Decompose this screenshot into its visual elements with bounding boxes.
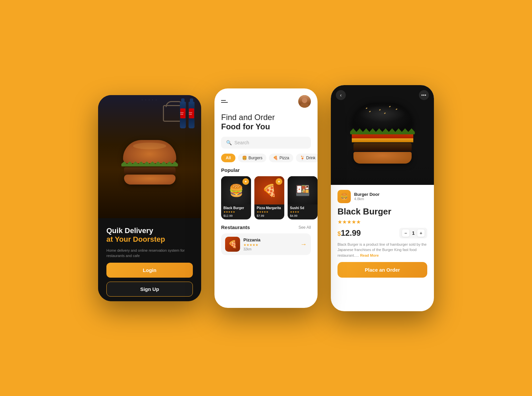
description-text: Black Burger is a product line of hambur…	[337, 242, 427, 257]
pizzania-name: Pizzania	[243, 237, 297, 242]
sesame-2	[379, 109, 381, 111]
hamburger-line-1	[221, 100, 226, 101]
restaurant-card-pizzania[interactable]: 🍕 Pizzania ★★★★★ 32km →	[221, 233, 311, 255]
user-avatar[interactable]	[298, 95, 311, 108]
detail-controls: ‹ •••	[331, 90, 434, 100]
phone2-header	[214, 88, 318, 111]
read-more-link[interactable]: Read More	[360, 253, 379, 257]
category-drink[interactable]: 🍹 Drink	[296, 154, 318, 162]
price-value: 12.99	[341, 228, 361, 237]
phone-home: Find and Order Food for You 🔍 Search All…	[214, 88, 318, 308]
pizza-icon: 🍕	[273, 156, 278, 160]
black-burger-price: $12.99	[223, 214, 249, 217]
product-detail-content: 🍔 Burger Door 4.8km Black Burger ★★★★★ $…	[331, 185, 434, 311]
black-burger-icon: 🍔	[229, 184, 244, 198]
phone2-headline: Find and Order Food for You	[214, 111, 318, 137]
quantity-minus-button[interactable]: −	[402, 229, 409, 237]
pizza-name: Pizza Margarita	[257, 206, 282, 210]
headline-text: Find and Order Food for You	[221, 113, 311, 132]
food-card-pizza[interactable]: 🍕 ★ Pizza Margarita ★★★★★ $7.99	[254, 176, 284, 219]
food-card-black-burger[interactable]: 🍔 ★ Black Burger ★★★★★ $12.99	[221, 176, 251, 219]
product-price: $12.99	[337, 228, 361, 238]
pizzania-distance: 32km	[243, 247, 297, 251]
hamburger-line-2	[221, 102, 228, 103]
pizzania-image: 🍕	[225, 237, 240, 252]
pizza-info: Pizza Margarita ★★★★★ $7.99	[254, 204, 284, 219]
burger-door-logo: 🍔	[337, 190, 351, 203]
drink-icon: 🍹	[300, 156, 305, 160]
menu-icon[interactable]	[221, 100, 228, 103]
phone-welcome: · · · · · Coca Cola Coca Cola	[98, 95, 201, 301]
price-dollar-sign: $	[337, 230, 341, 237]
restaurants-header: Restaurants See All	[214, 224, 318, 233]
headline-line1: Find and Order	[221, 113, 275, 122]
place-order-button[interactable]: Place an Order	[337, 262, 427, 278]
burger-door-name: Burger Door	[354, 192, 380, 197]
search-icon: 🔍	[226, 140, 232, 145]
black-burger-name: Black Burger	[223, 206, 249, 210]
phone1-title-line2: at Your Doorstep	[106, 235, 193, 244]
category-burgers[interactable]: 🍔 Burgers	[238, 154, 266, 162]
pizza-price: $7.99	[257, 214, 282, 217]
big-patty	[353, 143, 412, 151]
back-button[interactable]: ‹	[336, 90, 346, 100]
product-hero: ‹ •••	[331, 85, 434, 185]
price-qty-row: $12.99 − 1 +	[337, 228, 427, 238]
product-burger-visual	[341, 92, 424, 175]
phone-detail: ‹ •••	[331, 85, 434, 311]
search-placeholder-text: Search	[234, 140, 249, 145]
sesame-5	[384, 112, 386, 114]
sushi-stars: ★★★★	[290, 210, 315, 213]
hero-image: · · · · · Coca Cola Coca Cola	[98, 95, 201, 218]
sushi-info: Sushi Sd ★★★★ $4.99	[288, 204, 318, 219]
pizza-image: 🍕 ★	[254, 176, 284, 204]
phone1-content: Quik Delivery at Your Doorstep Home deli…	[98, 218, 201, 301]
burger-scene: · · · · · Coca Cola Coca Cola	[98, 95, 201, 218]
sushi-icon: 🍱	[295, 184, 310, 198]
pizza-label: Pizza	[279, 156, 289, 160]
search-bar[interactable]: 🔍 Search	[221, 137, 311, 149]
burger-visual	[116, 140, 183, 206]
more-options-button[interactable]: •••	[419, 90, 429, 100]
detail-restaurant-row: 🍔 Burger Door 4.8km	[337, 190, 427, 203]
see-all-button[interactable]: See All	[299, 225, 311, 230]
big-bun-top	[352, 103, 412, 129]
black-burger-info: Black Burger ★★★★★ $12.99	[221, 204, 251, 219]
pizza-icon-large: 🍕	[262, 184, 277, 198]
burgers-icon: 🍔	[242, 156, 247, 160]
quantity-plus-button[interactable]: +	[417, 229, 425, 237]
pizzania-stars: ★★★★★	[243, 243, 297, 247]
pizzania-info: Pizzania ★★★★★ 32km	[243, 237, 297, 251]
avatar-image	[298, 95, 311, 108]
bottle-1: Coca Cola	[180, 102, 186, 128]
more-dots-icon: •••	[421, 93, 427, 97]
burger-patty	[124, 167, 176, 174]
quantity-display: 1	[412, 230, 415, 236]
category-pizza[interactable]: 🍕 Pizza	[269, 154, 293, 162]
bottle-label-2: Coca Cola	[189, 108, 194, 118]
popular-section-title: Popular	[214, 167, 318, 176]
bottles-decoration: Coca Cola Coca Cola	[180, 102, 195, 128]
login-button[interactable]: Login	[106, 263, 193, 278]
drink-label: Drink	[306, 156, 316, 160]
signup-button[interactable]: Sign Up	[106, 282, 193, 297]
sushi-name: Sushi Sd	[290, 206, 315, 210]
phone1-title-line1: Quik Delivery	[106, 226, 193, 235]
arrow-icon: →	[300, 240, 307, 248]
sesame-1	[366, 107, 368, 109]
black-burger-stars: ★★★★★	[223, 210, 249, 213]
category-all[interactable]: All	[221, 154, 235, 162]
big-bun-bottom	[353, 152, 412, 164]
black-burger-image: 🍔 ★	[221, 176, 251, 204]
sesame-3	[389, 106, 391, 107]
category-tabs: All 🍔 Burgers 🍕 Pizza 🍹 Drink	[214, 154, 318, 167]
product-description: Black Burger is a product line of hambur…	[337, 242, 427, 258]
bottle-2: Coca Cola	[189, 102, 195, 128]
pizza-favorite: ★	[276, 178, 282, 185]
bun-bottom	[124, 175, 176, 185]
headline-line2: Food for You	[221, 122, 311, 132]
product-rating-stars: ★★★★★	[337, 219, 427, 225]
food-card-sushi[interactable]: 🍱 Sushi Sd ★★★★ $4.99	[288, 176, 318, 219]
sushi-image: 🍱	[288, 176, 318, 204]
black-burger-favorite: ★	[242, 178, 249, 185]
